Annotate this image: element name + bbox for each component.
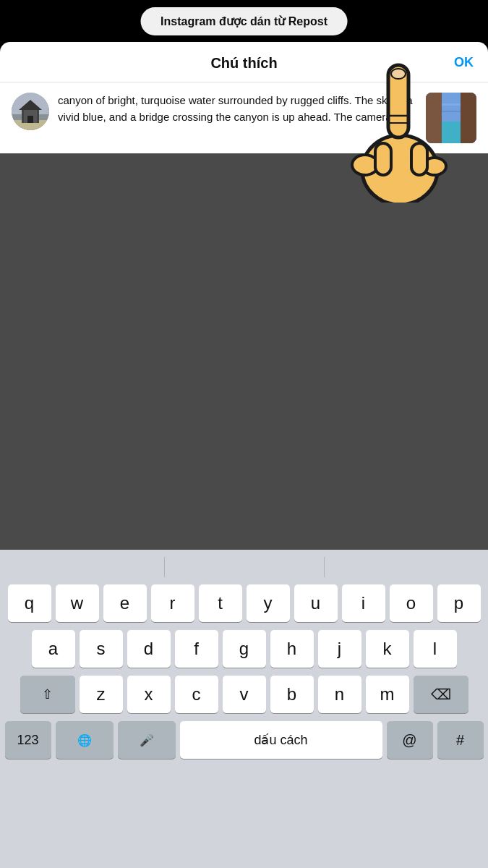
key-f[interactable]: f (175, 630, 218, 668)
modal-title: Chú thích (210, 55, 277, 72)
svg-marker-10 (461, 93, 476, 143)
key-u[interactable]: u (294, 584, 338, 622)
hash-key[interactable]: # (437, 721, 484, 759)
space-key[interactable]: dấu cách (180, 721, 382, 759)
key-g[interactable]: g (223, 630, 266, 668)
key-e[interactable]: e (103, 584, 147, 622)
number-key[interactable]: 123 (5, 721, 51, 759)
key-j[interactable]: j (318, 630, 361, 668)
key-n[interactable]: n (318, 676, 361, 713)
space-label: dấu cách (254, 732, 307, 748)
key-v[interactable]: v (223, 676, 266, 713)
key-h[interactable]: h (270, 630, 314, 668)
key-t[interactable]: t (199, 584, 242, 622)
shift-key[interactable]: ⇧ (20, 676, 75, 713)
microphone-key[interactable]: 🎤 (118, 721, 176, 759)
avatar (12, 93, 49, 130)
key-q[interactable]: q (8, 584, 51, 622)
delete-icon: ⌫ (431, 686, 451, 703)
key-x[interactable]: x (127, 676, 171, 713)
separator-line-1 (164, 557, 165, 577)
key-w[interactable]: w (56, 584, 99, 622)
key-d[interactable]: d (127, 630, 171, 668)
key-y[interactable]: y (247, 584, 290, 622)
key-o[interactable]: o (390, 584, 433, 622)
globe-key[interactable]: 🌐 (56, 721, 114, 759)
key-i[interactable]: i (342, 584, 385, 622)
top-banner: Instagram được dán từ Repost (140, 7, 348, 35)
key-b[interactable]: b (270, 676, 314, 713)
dark-area (0, 152, 488, 550)
key-p[interactable]: p (437, 584, 481, 622)
key-s[interactable]: s (80, 630, 123, 668)
banner-text: Instagram được dán từ Repost (160, 15, 328, 27)
key-row-1: q w e r t y u i o p (3, 584, 485, 622)
svg-rect-18 (375, 143, 391, 175)
svg-rect-19 (411, 143, 427, 175)
at-key[interactable]: @ (387, 721, 433, 759)
key-c[interactable]: c (175, 676, 218, 713)
finger-cursor (343, 58, 459, 203)
key-k[interactable]: k (366, 630, 409, 668)
keyboard: q w e r t y u i o p a s d f g h j k l ⇧ … (0, 550, 488, 868)
key-row-4: 123 🌐 🎤 dấu cách @ # (3, 721, 485, 759)
key-m[interactable]: m (366, 676, 409, 713)
key-a[interactable]: a (32, 630, 75, 668)
svg-rect-7 (37, 110, 39, 123)
key-l[interactable]: l (414, 630, 457, 668)
separator-line-2 (324, 557, 325, 577)
key-r[interactable]: r (151, 584, 194, 622)
svg-rect-5 (27, 116, 33, 123)
svg-point-21 (391, 69, 406, 79)
svg-rect-6 (22, 110, 24, 123)
keyboard-rows: q w e r t y u i o p a s d f g h j k l ⇧ … (0, 584, 488, 759)
key-z[interactable]: z (80, 676, 123, 713)
key-row-2: a s d f g h j k l (3, 630, 485, 668)
key-row-3: ⇧ z x c v b n m ⌫ (3, 676, 485, 713)
keyboard-top-bar (0, 550, 488, 584)
delete-key[interactable]: ⌫ (414, 676, 468, 713)
